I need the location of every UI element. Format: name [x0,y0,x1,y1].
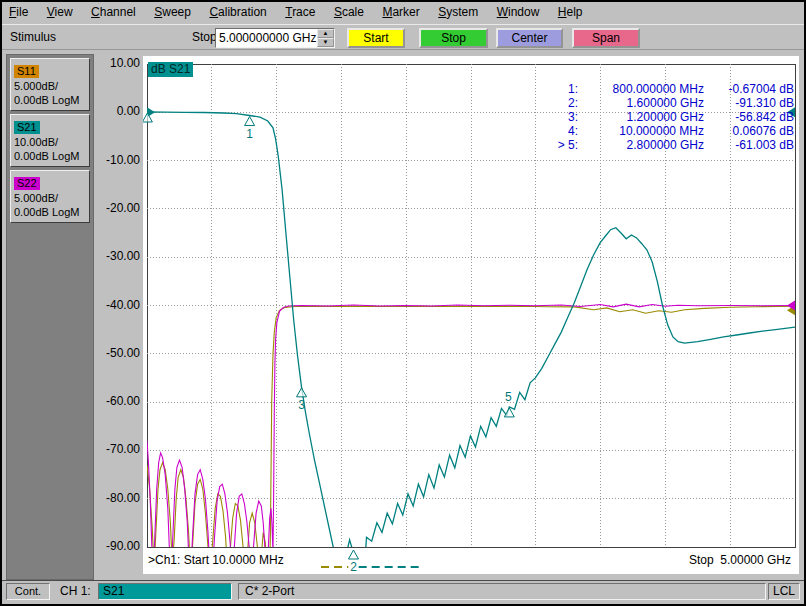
menu-calibration[interactable]: Calibration [202,2,273,23]
stop-frequency-input-group: ▲ ▼ [215,28,335,48]
y-tick-label: -30.00 [96,249,140,264]
y-tick-label: -60.00 [96,394,140,409]
y-tick-label: -70.00 [96,442,140,457]
marker-freq: 10.000000 MHz [578,124,704,138]
marker-value: 0.06076 dB [704,124,794,138]
marker-value: -91.310 dB [704,96,794,110]
marker-id: 2: [538,96,578,110]
marker-freq: 1.600000 GHz [578,96,704,110]
stop-field-label: Stop [192,25,217,50]
cal-status-text: C* 2-Port [245,584,294,598]
span-button[interactable]: Span [572,28,640,48]
menu-help[interactable]: Help [551,2,590,23]
center-button[interactable]: Center [496,28,563,48]
marker-5-glyph[interactable] [504,408,514,417]
marker-3-glyph[interactable] [297,388,307,397]
y-tick-label: -80.00 [96,491,140,506]
marker-readout-row: > 5: 2.800000 GHz -61.003 dB [538,138,794,152]
menu-bar: File View Channel Sweep Calibration Trac… [2,2,804,24]
y-tick-label: -40.00 [96,298,140,313]
marker-freq: 1.200000 GHz [578,110,704,124]
menu-marker[interactable]: Marker [375,2,426,23]
menu-trace[interactable]: Trace [278,2,322,23]
y-tick-label: -90.00 [96,539,140,554]
menu-system[interactable]: System [431,2,485,23]
trace-ref-s22: 0.00dB LogM [14,205,86,219]
marker-value: -56.842 dB [704,110,794,124]
y-tick-label: 0.00 [96,104,140,119]
y-tick-label: -20.00 [96,201,140,216]
marker-freq: 800.000000 MHz [578,82,704,96]
analyzer-application-window: File View Channel Sweep Calibration Trac… [0,0,806,606]
lcl-indicator: LCL [768,583,800,600]
trace-scale-s21: 10.00dB/ [14,135,86,149]
trace-chip-s21: S21 [14,121,40,134]
marker-value: -0.67004 dB [704,82,794,96]
marker-freq: 2.800000 GHz [578,138,704,152]
marker-readout-row: 1: 800.000000 MHz -0.67004 dB [538,82,794,96]
marker-1-label: 1 [246,127,253,141]
trace-chip-s11: S11 [14,65,39,78]
marker-readout: 1: 800.000000 MHz -0.67004 dB 2: 1.60000… [538,82,794,152]
active-trace-field[interactable]: S21 [98,583,232,600]
channel-label: CH 1: [60,583,91,600]
marker-id: 3: [538,110,578,124]
stop-button[interactable]: Stop [419,28,488,48]
marker-readout-row: 3: 1.200000 GHz -56.842 dB [538,110,794,124]
trace-ref-s11: 0.00dB LogM [14,93,86,107]
marker-2-glyph[interactable] [348,550,358,559]
marker-id: > 5: [538,138,578,152]
trace-box-s22[interactable]: S22 5.000dB/ 0.00dB LogM [10,170,90,223]
menu-channel[interactable]: Channel [84,2,143,23]
menu-view[interactable]: View [40,2,80,23]
spinner-down-button[interactable]: ▼ [317,38,334,47]
active-trace-label: dB S21 [148,62,193,77]
marker-readout-row: 2: 1.600000 GHz -91.310 dB [538,96,794,110]
stimulus-toolbar: Stimulus Stop ▲ ▼ Start Stop Center Span [2,24,804,50]
sweep-start-annotation: >Ch1: Start 10.0000 MHz [148,553,284,567]
status-bar: Cont. CH 1: S21 C* 2-Port LCL [2,580,804,602]
trace-box-s21[interactable]: S21 10.00dB/ 0.00dB LogM [10,114,90,167]
stimulus-label: Stimulus [10,25,56,50]
frequency-spinner: ▲ ▼ [317,29,334,47]
y-tick-label: 10.00 [96,56,140,71]
trace-scale-s22: 5.000dB/ [14,191,86,205]
trace-chip-s22: S22 [14,177,40,190]
menu-scale[interactable]: Scale [327,2,371,23]
marker-value: -61.003 dB [704,138,794,152]
marker-1-glyph[interactable] [245,117,255,126]
menu-file[interactable]: File [2,2,35,23]
marker-3-label: 3 [298,398,305,412]
start-button[interactable]: Start [347,28,405,48]
sweep-stop-annotation: Stop 5.00000 GHz [689,553,791,567]
marker-2-label: 2 [350,560,357,574]
marker-5-label: 5 [505,390,512,404]
marker-id: 4: [538,124,578,138]
spinner-up-button[interactable]: ▲ [317,29,334,38]
y-tick-label: -50.00 [96,346,140,361]
marker-id: 1: [538,82,578,96]
plot-area: 1235 dB S21 1: 800.000000 MHz -0.67004 d… [143,56,799,574]
menu-sweep[interactable]: Sweep [147,2,198,23]
continuous-mode-indicator: Cont. [6,583,50,600]
trace-scale-s11: 5.000dB/ [14,79,86,93]
calibration-status-panel: C* 2-Port [238,583,766,600]
trace-box-s11[interactable]: S11 5.000dB/ 0.00dB LogM [10,58,90,111]
trace-sidebar: S11 5.000dB/ 0.00dB LogM S21 10.00dB/ 0.… [6,54,94,580]
stop-frequency-input[interactable] [216,29,317,47]
y-tick-label: -10.00 [96,153,140,168]
trace-ref-s21: 0.00dB LogM [14,149,86,163]
menu-window[interactable]: Window [490,2,547,23]
marker-readout-row: 4: 10.000000 MHz 0.06076 dB [538,124,794,138]
